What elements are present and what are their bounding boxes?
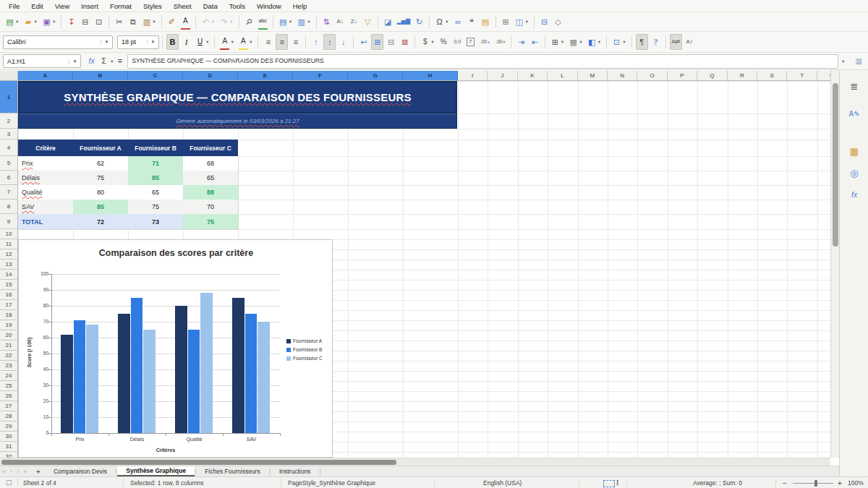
column-header-B[interactable]: B: [73, 71, 128, 81]
text-direction-horizontal-icon[interactable]: A⇄: [670, 34, 682, 50]
export-pdf-icon[interactable]: ↧: [65, 14, 77, 30]
menu-styles[interactable]: Styles: [137, 2, 168, 10]
row-header-11[interactable]: 11: [0, 239, 18, 249]
chevron-down-icon[interactable]: ▼: [230, 40, 234, 44]
undo-icon[interactable]: ↶▼: [200, 14, 216, 30]
sheet-tab-fiches-fournisseurs[interactable]: Fiches Fournisseurs: [196, 467, 269, 476]
align-left-icon[interactable]: ≡: [262, 34, 274, 50]
chevron-down-icon[interactable]: ▼: [561, 40, 564, 44]
table-cell-SAV-1[interactable]: 75: [128, 200, 184, 215]
table-cell-Délais-2[interactable]: 65: [183, 171, 239, 186]
spelling-icon[interactable]: abc: [257, 14, 269, 30]
show-draw-functions-icon[interactable]: ◇: [552, 14, 564, 30]
sidebar-functions-icon[interactable]: fx: [846, 186, 863, 203]
increase-indent-icon[interactable]: ⇥: [515, 34, 527, 50]
center-vertically-icon[interactable]: ↕: [323, 34, 336, 50]
highlighting-color-icon[interactable]: A▼: [237, 34, 254, 50]
conditional-formatting-icon[interactable]: ⊡▼: [610, 34, 627, 50]
align-center-icon[interactable]: ≡: [276, 34, 288, 50]
background-color-icon[interactable]: ◧▼: [586, 34, 603, 50]
chevron-down-icon[interactable]: ▼: [205, 40, 209, 44]
menu-file[interactable]: File: [3, 2, 25, 10]
left-to-right-icon[interactable]: ¶: [636, 34, 648, 50]
table-cell-Prix-1[interactable]: 71: [128, 156, 184, 171]
row-header-18[interactable]: 18: [0, 310, 18, 320]
name-box[interactable]: A1:H1 ▼: [3, 54, 81, 68]
merge-and-center-cells-icon[interactable]: ⊞: [371, 34, 383, 50]
table-cell-Délais-0[interactable]: 75: [73, 171, 129, 186]
page-style-text[interactable]: PageStyle_Synthèse Graphique: [288, 479, 375, 487]
cut-icon[interactable]: ✂: [113, 14, 125, 30]
row-header-12[interactable]: 12: [0, 249, 18, 260]
sidebar-gallery-icon[interactable]: ▦: [846, 142, 863, 160]
delete-decimal-place-icon[interactable]: .00×: [493, 34, 507, 50]
row-header-30[interactable]: 30: [0, 432, 18, 442]
row-header-31[interactable]: 31: [0, 442, 18, 452]
copy-icon[interactable]: ⧉: [127, 14, 139, 30]
menu-format[interactable]: Format: [104, 2, 137, 10]
freeze-rows-columns-icon[interactable]: ◫▼: [514, 14, 530, 30]
insert-pivot-table-icon[interactable]: ↻: [413, 14, 425, 30]
align-right-icon[interactable]: ≡: [289, 34, 302, 50]
table-total-cell-2[interactable]: 75: [183, 214, 239, 230]
row-header-32[interactable]: 32: [0, 452, 18, 458]
print-icon[interactable]: ⊟: [79, 14, 91, 30]
row-header-8[interactable]: 8: [0, 200, 18, 214]
format-as-number-icon[interactable]: 0.0: [451, 34, 464, 50]
first-sheet-icon[interactable]: «: [0, 468, 8, 475]
autosum-icon[interactable]: Σ: [98, 57, 110, 65]
table-row-label-Qualité[interactable]: Qualité: [18, 185, 74, 200]
menu-view[interactable]: View: [49, 2, 75, 10]
font-size-combo[interactable]: 18 pt ▼: [117, 35, 159, 49]
row-header-21[interactable]: 21: [0, 341, 18, 351]
wrap-text-icon[interactable]: ↩: [357, 34, 370, 50]
table-cell-Prix-0[interactable]: 62: [73, 156, 129, 171]
table-cell-Qualité-2[interactable]: 88: [183, 185, 239, 200]
chevron-down-icon[interactable]: ▼: [52, 20, 56, 24]
menu-window[interactable]: Window: [251, 2, 287, 10]
table-total-label[interactable]: TOTAL: [18, 214, 74, 230]
sheet-tab-instructions[interactable]: Instructions: [271, 467, 319, 476]
add-sheet-icon[interactable]: +: [29, 468, 45, 476]
column-header-I[interactable]: I: [458, 71, 488, 81]
insert-rows-icon[interactable]: ▤▼: [277, 14, 294, 30]
column-header-G[interactable]: G: [348, 71, 403, 81]
chevron-down-icon[interactable]: ▼: [33, 20, 37, 24]
autofilter-icon[interactable]: ▽: [362, 14, 374, 30]
table-cell-Qualité-0[interactable]: 80: [73, 185, 129, 200]
align-top-icon[interactable]: ↑: [310, 34, 322, 50]
column-header-F[interactable]: F: [293, 71, 348, 81]
format-as-percent-icon[interactable]: %: [438, 34, 450, 50]
hyperlink-icon[interactable]: ∞: [452, 14, 464, 30]
row-header-24[interactable]: 24: [0, 371, 18, 381]
chevron-down-icon[interactable]: ▼: [249, 40, 252, 44]
special-character-icon[interactable]: Ω▼: [433, 14, 450, 30]
border-style-icon[interactable]: ▦▼: [567, 34, 584, 50]
last-sheet-icon[interactable]: »: [21, 468, 29, 475]
language-text[interactable]: English (USA): [483, 479, 522, 487]
sidebar-deck-icon[interactable]: ▥: [848, 57, 868, 65]
chevron-down-icon[interactable]: ▼: [69, 59, 80, 64]
table-cell-Qualité-1[interactable]: 65: [128, 185, 184, 200]
decrease-indent-icon[interactable]: ⇤: [529, 34, 541, 50]
table-cell-Prix-2[interactable]: 68: [183, 156, 239, 171]
table-row-label-Prix[interactable]: Prix: [18, 156, 74, 171]
table-header-1[interactable]: Fournisseur A: [73, 140, 129, 157]
chevron-down-icon[interactable]: ▼: [445, 20, 448, 24]
column-header-D[interactable]: D: [183, 71, 238, 81]
table-header-3[interactable]: Fournisseur C: [183, 140, 239, 157]
text-direction-vertical-icon[interactable]: A↕: [684, 34, 696, 50]
new-document-icon[interactable]: ▤▼: [4, 14, 20, 30]
save-icon[interactable]: ▣▼: [41, 14, 57, 30]
paste-icon[interactable]: ▥▼: [140, 14, 157, 30]
row-header-3[interactable]: 3: [0, 129, 18, 140]
split-window-icon[interactable]: ⊟: [538, 14, 550, 30]
row-header-4[interactable]: 4: [0, 140, 18, 156]
merge-cells-icon[interactable]: ⊟: [385, 34, 397, 50]
row-header-15[interactable]: 15: [0, 280, 18, 290]
formula-input[interactable]: SYNTHÈSE GRAPHIQUE — COMPARAISON DES FOU…: [127, 54, 838, 69]
table-row-label-Délais[interactable]: Délais: [18, 171, 74, 186]
previous-sheet-icon[interactable]: ‹: [8, 468, 14, 475]
vertical-scrollbar[interactable]: [830, 70, 839, 458]
equals-icon[interactable]: =: [114, 57, 126, 65]
